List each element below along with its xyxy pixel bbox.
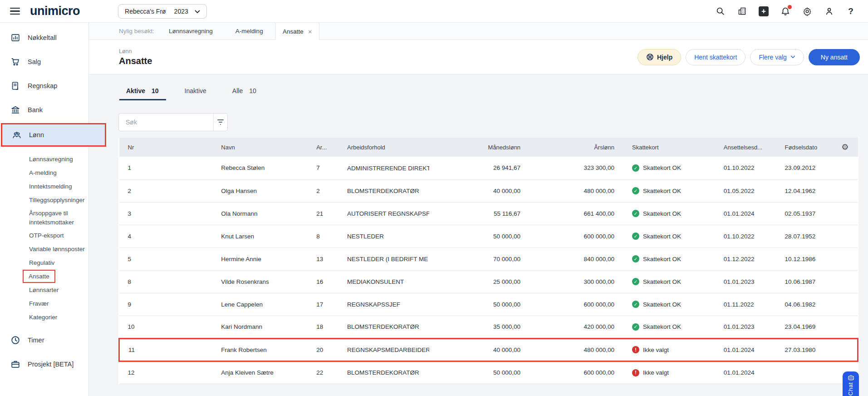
alert-circle-icon: ! (632, 369, 639, 376)
filter-tab-inaktive[interactable]: Inaktive (177, 84, 215, 100)
new-employee-button[interactable]: Ny ansatt (809, 49, 860, 65)
sidebar-subitem-inntektsmelding[interactable]: Inntektsmelding (29, 180, 88, 193)
check-circle-icon: ✓ (632, 323, 639, 331)
plus-icon[interactable]: + (758, 6, 769, 17)
cell-actions (833, 338, 858, 361)
employee-row-12[interactable]: 12Anja Kleiven Sætre22BLOMSTERDEKORATØR5… (119, 361, 858, 384)
employee-row-9[interactable]: 9Lene Cappelen17REGNSKAPSSJEF50 000,0060… (119, 293, 858, 316)
col-arslonn[interactable]: Årslønn (530, 138, 623, 157)
cell-taxcard-status: !Ikke valgt (623, 361, 715, 384)
chevron-down-icon (195, 8, 200, 15)
cell-monthly-salary: 55 116,67 (438, 202, 530, 225)
sidebar-item-regnskap[interactable]: Regnskap (0, 75, 88, 97)
document-icon (10, 81, 20, 91)
company-selector[interactable]: Rebecca's Frø 2023 (118, 4, 207, 19)
recent-link-l-nnsavregning[interactable]: Lønnsavregning (169, 28, 213, 35)
cell-monthly-salary: 35 000,00 (438, 316, 530, 338)
settings-gear-icon[interactable] (802, 6, 813, 17)
recent-link-a-melding[interactable]: A-melding (235, 28, 263, 35)
cell-years: 17 (308, 293, 338, 316)
col-ansettelsesdato[interactable]: Ansettelsesd... (715, 138, 776, 157)
chat-label: Chat (848, 382, 854, 396)
tab-ansatte[interactable]: Ansatte × (275, 22, 319, 40)
cell-birth-date: 10.06.1987 (776, 270, 833, 293)
help-button[interactable]: Hjelp (638, 49, 681, 65)
sidebar-subitem-variable-l-nnsposter[interactable]: Variable lønnsposter (29, 243, 88, 256)
cell-birth-date: 23.04.1969 (776, 316, 833, 338)
cell-birth-date: 28.07.1952 (776, 225, 833, 248)
sidebar-subitem-regulativ[interactable]: Regulativ (29, 256, 88, 270)
more-options-button[interactable]: Flere valg (750, 49, 804, 65)
cell-employment: ADMINISTRERENDE DIREKT (338, 157, 438, 179)
sidebar-item-l-nn[interactable]: Lønn (1, 123, 106, 147)
taxcard-status-label: Skattekort OK (643, 301, 681, 308)
cell-hired-date: 01.01.2023 (715, 316, 776, 338)
filter-icon[interactable] (213, 114, 227, 131)
sidebar-item-timer[interactable]: Timer (0, 329, 88, 351)
chat-widget[interactable]: Chat (843, 371, 859, 396)
sidebar-subitem-kategorier[interactable]: Kategorier (29, 311, 88, 324)
sidebar-subitem-rsoppgave-til-inntektsmottaker[interactable]: Årsoppgave til inntektsmottaker (29, 207, 84, 229)
cell-employment: AUTORISERT REGNSKAPSF (338, 202, 438, 225)
employee-row-1[interactable]: 1Rebecca Stølen7ADMINISTRERENDE DIREKT26… (119, 157, 858, 179)
sidebar-item-prosjekt-beta[interactable]: Prosjekt [BETA] (0, 353, 88, 375)
cell-nr: 9 (119, 293, 213, 316)
sidebar-subitem-label: Inntektsmelding (29, 183, 72, 190)
cell-employment: NESTLEDER (I BEDRIFT ME (338, 248, 438, 270)
sidebar-item-bank[interactable]: Bank (0, 99, 88, 121)
sidebar-item-n-kkeltall[interactable]: Nøkkeltall (0, 27, 88, 49)
taxcard-status-label: Ikke valgt (643, 346, 669, 353)
employee-row-11[interactable]: 11Frank Robertsen20REGNSKAPSMEDARBEIDER4… (119, 338, 858, 361)
col-arbeidsforhold[interactable]: Arbeidsforhold (338, 138, 438, 157)
sidebar-subitem-l-nnsarter[interactable]: Lønnsarter (29, 283, 88, 297)
col-ar[interactable]: Ar... (308, 138, 338, 157)
sidebar-subitem-ansatte[interactable]: Ansatte (29, 270, 88, 283)
sidebar-subitem-label: Variable lønnsposter (29, 246, 85, 252)
filter-tab-alle[interactable]: Alle10 (225, 84, 265, 100)
company-building-icon[interactable] (736, 6, 747, 17)
employee-row-2[interactable]: 2Olga Hansen2BLOMSTERDEKORATØR40 000,004… (119, 179, 858, 202)
hamburger-menu-icon[interactable] (10, 8, 20, 15)
cell-monthly-salary: 50 000,00 (438, 361, 530, 384)
sidebar-subitem-a-melding[interactable]: A-melding (29, 166, 88, 180)
column-settings-gear-icon[interactable]: ⚙ (841, 143, 848, 152)
employee-row-4[interactable]: 4Knut Larsen8NESTLEDER50 000,00600 000,0… (119, 225, 858, 248)
col-skattekort[interactable]: Skattekort (623, 138, 715, 157)
fetch-taxcards-button[interactable]: Hent skattekort (686, 49, 745, 65)
cell-annual-salary: 600 000,00 (530, 293, 623, 316)
sidebar-subitem-l-nnsavregning[interactable]: Lønnsavregning (29, 153, 88, 166)
cell-hired-date: 01.10.2022 (715, 157, 776, 179)
sidebar-subitem-otp-eksport[interactable]: OTP-eksport (29, 229, 88, 243)
notifications-bell-icon[interactable] (780, 6, 791, 17)
col-manedslonn[interactable]: Månedslønn (438, 138, 530, 157)
filter-tab-aktive[interactable]: Aktive10 (118, 84, 167, 100)
employees-table: Nr Navn Ar... Arbeidsforhold Månedslønn … (118, 138, 858, 384)
user-icon[interactable] (824, 6, 834, 17)
sidebar-item-salg[interactable]: Salg (0, 51, 88, 73)
employee-row-8[interactable]: 8Vilde Rosenkrans16MEDIAKONSULENT25 000,… (119, 270, 858, 293)
col-nr[interactable]: Nr (119, 138, 213, 157)
help-question-icon[interactable]: ? (845, 6, 856, 17)
search-input[interactable] (119, 119, 213, 126)
alert-circle-icon: ! (632, 346, 639, 353)
col-fodselsdato[interactable]: Fødselsdato (776, 138, 833, 157)
taxcard-status-label: Skattekort OK (643, 323, 681, 330)
cell-annual-salary: 840 000,00 (530, 248, 623, 270)
sidebar-subitem-frav-r[interactable]: Fravær (29, 297, 88, 311)
employee-row-10[interactable]: 10Kari Nordmann18BLOMSTERDEKORATØR35 000… (119, 316, 858, 338)
sidebar-subitem-tilleggsopplysninger[interactable]: Tilleggsopplysninger (29, 193, 88, 207)
close-icon[interactable]: × (308, 28, 312, 35)
employee-row-5[interactable]: 5Hermine Annie13NESTLEDER (I BEDRIFT ME7… (119, 248, 858, 270)
page-header: Lønn Ansatte Hjelp Hent skattekort Flere… (89, 40, 868, 74)
employee-row-3[interactable]: 3Ola Normann21AUTORISERT REGNSKAPSF55 11… (119, 202, 858, 225)
col-navn[interactable]: Navn (212, 138, 308, 157)
sidebar-item-label: Timer (28, 337, 44, 344)
cell-years: 21 (308, 202, 338, 225)
cell-monthly-salary: 40 000,00 (438, 338, 530, 361)
filter-tab-label: Alle (232, 87, 243, 94)
check-circle-icon: ✓ (632, 278, 639, 285)
search-icon[interactable] (715, 6, 726, 17)
cell-monthly-salary: 50 000,00 (438, 293, 530, 316)
cell-nr: 2 (119, 179, 213, 202)
filter-tab-label: Inaktive (185, 87, 206, 94)
